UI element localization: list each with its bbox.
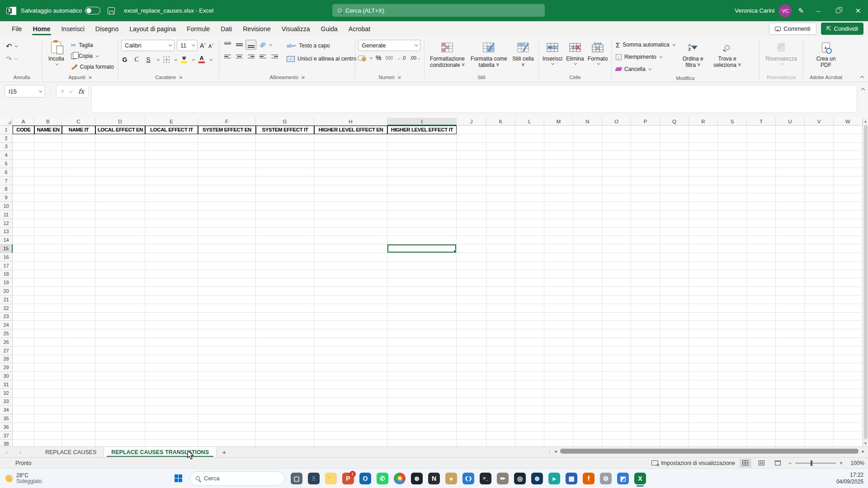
row-header-20[interactable]: 20	[0, 287, 13, 296]
row-header-3[interactable]: 3	[0, 143, 13, 151]
cell-G36[interactable]	[256, 423, 314, 432]
cell-T14[interactable]	[747, 236, 776, 244]
cell-C26[interactable]	[62, 338, 95, 347]
cell-W35[interactable]	[834, 414, 863, 423]
cell-A2[interactable]	[13, 134, 34, 143]
cell-H1[interactable]: HIGHER LEVEL EFFECT EN	[314, 126, 387, 134]
percent-format-button[interactable]: %	[376, 54, 381, 61]
cell-C14[interactable]	[62, 236, 95, 244]
cell-W2[interactable]	[834, 134, 863, 143]
cell-S36[interactable]	[718, 423, 747, 432]
cell-N17[interactable]	[573, 262, 602, 270]
cell-I9[interactable]	[387, 193, 457, 202]
cell-Q30[interactable]	[660, 372, 689, 380]
cell-R6[interactable]	[689, 168, 718, 177]
cell-W24[interactable]	[834, 321, 863, 329]
cell-N12[interactable]	[573, 219, 602, 228]
taskbar-icon-app-blue[interactable]: ▦	[563, 470, 580, 487]
cell-A12[interactable]	[13, 219, 34, 228]
cell-V28[interactable]	[805, 355, 834, 364]
cell-V13[interactable]	[805, 228, 834, 236]
cell-F14[interactable]	[198, 236, 256, 244]
cell-J21[interactable]	[457, 296, 486, 304]
cell-A18[interactable]	[13, 270, 34, 279]
cell-F35[interactable]	[198, 414, 256, 423]
taskbar-icon-settings[interactable]: ⚙	[597, 470, 614, 487]
cell-T28[interactable]	[747, 355, 776, 364]
row-header-8[interactable]: 8	[0, 185, 13, 194]
cell-L2[interactable]	[515, 134, 544, 143]
cell-H26[interactable]	[314, 338, 387, 347]
cell-T11[interactable]	[747, 211, 776, 219]
horizontal-scroll-thumb[interactable]	[560, 449, 859, 454]
cell-I2[interactable]	[387, 134, 457, 143]
cell-M6[interactable]	[544, 168, 573, 177]
cell-O24[interactable]	[602, 321, 631, 329]
cell-S31[interactable]	[718, 380, 747, 389]
cell-I1[interactable]: HIGHER LEVEL EFFECT IT	[387, 126, 457, 134]
cell-Q38[interactable]	[660, 440, 689, 446]
cell-O2[interactable]	[602, 134, 631, 143]
cell-B8[interactable]	[34, 185, 62, 194]
cell-D10[interactable]	[95, 202, 145, 211]
cell-B13[interactable]	[34, 228, 62, 236]
cell-J25[interactable]	[457, 329, 486, 338]
cell-F28[interactable]	[198, 355, 256, 364]
cell-I17[interactable]	[387, 262, 457, 270]
cell-V21[interactable]	[805, 296, 834, 304]
cell-V30[interactable]	[805, 372, 834, 380]
cell-O35[interactable]	[602, 414, 631, 423]
row-header-1[interactable]: 1	[0, 126, 13, 134]
cell-M31[interactable]	[544, 380, 573, 389]
create-pdf-button[interactable]: Crea un PDF	[810, 39, 842, 68]
cell-O15[interactable]	[602, 244, 631, 253]
cell-K21[interactable]	[486, 296, 515, 304]
cell-F2[interactable]	[198, 134, 256, 143]
cell-N16[interactable]	[573, 253, 602, 262]
cell-V4[interactable]	[805, 151, 834, 160]
cell-H30[interactable]	[314, 372, 387, 380]
row-header-19[interactable]: 19	[0, 278, 13, 287]
cell-N9[interactable]	[573, 193, 602, 202]
cell-L27[interactable]	[515, 347, 544, 355]
cell-P7[interactable]	[631, 177, 660, 185]
insert-function-icon[interactable]: fx	[78, 88, 84, 95]
row-header-11[interactable]: 11	[0, 211, 13, 219]
cell-E25[interactable]	[145, 329, 198, 338]
hscroll-left-icon[interactable]: ◄	[553, 449, 557, 454]
cell-G1[interactable]: SYSTEM EFFECT IT	[256, 126, 314, 134]
share-button[interactable]: ⇱ Condividi	[821, 23, 863, 35]
cell-E32[interactable]	[145, 389, 198, 398]
cell-A38[interactable]	[13, 440, 34, 446]
hscroll-right-icon[interactable]: ►	[861, 449, 865, 454]
cell-O9[interactable]	[602, 193, 631, 202]
cell-F33[interactable]	[198, 398, 256, 406]
cell-T24[interactable]	[747, 321, 776, 329]
cell-V15[interactable]	[805, 244, 834, 253]
cell-D37[interactable]	[95, 432, 145, 440]
cell-W13[interactable]	[834, 228, 863, 236]
cell-W10[interactable]	[834, 202, 863, 211]
cell-styles-button[interactable]: Stili cella ˅	[510, 39, 536, 68]
row-header-34[interactable]: 34	[0, 406, 13, 414]
menu-tab-visualizza[interactable]: Visualizza	[276, 21, 316, 36]
cell-J33[interactable]	[457, 398, 486, 406]
cell-B32[interactable]	[34, 389, 62, 398]
cell-I24[interactable]	[387, 321, 457, 329]
cell-I16[interactable]	[387, 253, 457, 262]
cell-S4[interactable]	[718, 151, 747, 160]
cell-H18[interactable]	[314, 270, 387, 279]
zoom-in-button[interactable]: +	[840, 460, 843, 466]
cell-I19[interactable]	[387, 278, 457, 287]
cell-J36[interactable]	[457, 423, 486, 432]
cell-O36[interactable]	[602, 423, 631, 432]
cell-A32[interactable]	[13, 389, 34, 398]
cell-K20[interactable]	[486, 287, 515, 296]
cell-T22[interactable]	[747, 304, 776, 313]
cell-L14[interactable]	[515, 236, 544, 244]
cell-I3[interactable]	[387, 143, 457, 151]
cell-N36[interactable]	[573, 423, 602, 432]
tab-splitter[interactable]: ⁝	[549, 449, 551, 454]
cell-L33[interactable]	[515, 398, 544, 406]
cell-A31[interactable]	[13, 380, 34, 389]
